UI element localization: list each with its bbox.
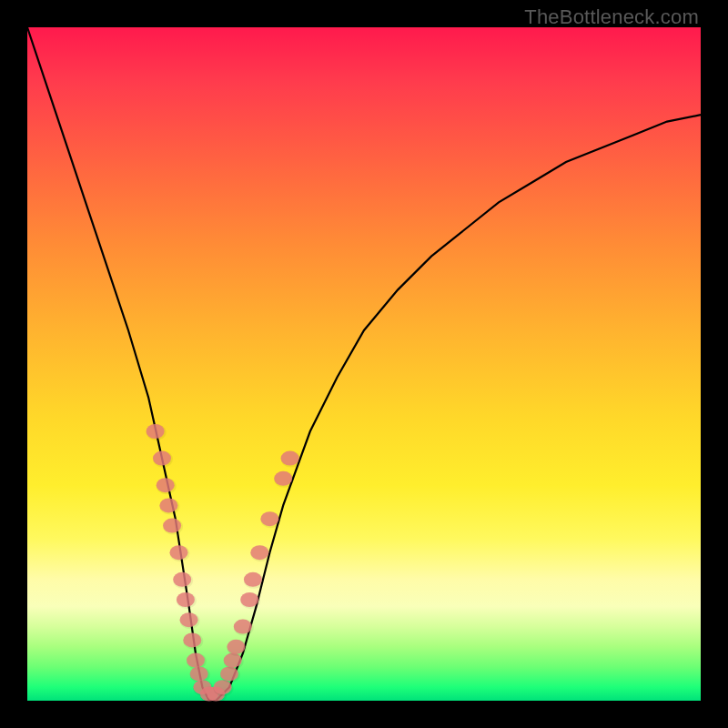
data-point [244, 572, 262, 587]
data-point [281, 451, 299, 466]
data-point [170, 545, 188, 560]
data-point [173, 572, 191, 587]
data-point [147, 424, 165, 439]
data-point [157, 478, 175, 492]
watermark-text: TheBottleneck.com [524, 5, 699, 29]
data-point [190, 666, 208, 681]
data-points-group [147, 424, 301, 703]
data-point [183, 632, 201, 647]
data-point [250, 545, 268, 560]
bottleneck-chart-svg [27, 27, 701, 701]
data-point [177, 592, 195, 607]
data-point [274, 471, 292, 486]
data-point [260, 511, 278, 526]
data-point [240, 592, 258, 607]
curve-group [27, 27, 701, 701]
data-point [163, 519, 181, 533]
bottleneck-curve [27, 27, 701, 701]
data-point [227, 640, 245, 654]
plot-area [27, 27, 701, 701]
data-point [159, 498, 177, 512]
data-point [180, 612, 198, 627]
data-point [153, 451, 171, 466]
data-point [187, 653, 205, 668]
data-point [234, 620, 252, 634]
chart-frame: TheBottleneck.com [0, 0, 728, 728]
